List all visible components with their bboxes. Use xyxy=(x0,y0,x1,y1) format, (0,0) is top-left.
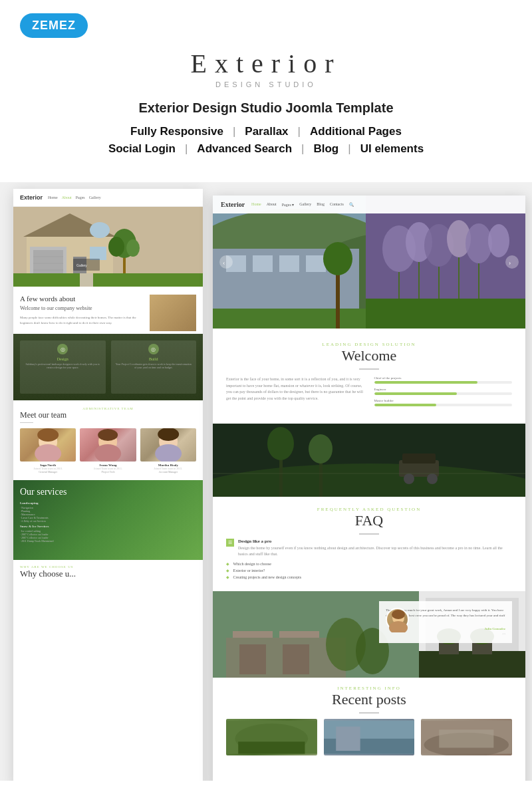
feature-parallax: Parallax xyxy=(245,125,288,138)
faq-question-4: ◆ Creating projects and new design conce… xyxy=(226,575,512,579)
team-member-2: Ivana Wong Joined Team team in 2011. Pro… xyxy=(80,428,136,473)
right-nav-gallery: Gallery xyxy=(299,202,311,207)
stat-builder-track xyxy=(374,404,513,406)
left-dark-card-design: ◎ Design Salisbury's professional landsc… xyxy=(20,340,106,394)
right-welcome: Leading design solution Welcome Exterior… xyxy=(213,329,525,424)
svg-rect-70 xyxy=(279,631,319,638)
right-nav-about: About xyxy=(267,202,277,207)
blog-post-2-image xyxy=(324,719,415,755)
separator-3: | xyxy=(185,142,188,156)
right-nav-blog: Blog xyxy=(317,202,325,207)
service-snow: Snow & Ice Services xyxy=(20,525,196,528)
svg-rect-77 xyxy=(419,651,525,678)
nav-gallery: Gallery xyxy=(89,196,101,200)
svg-rect-16 xyxy=(80,273,93,287)
separator-2: | xyxy=(298,125,301,138)
template-title: Exterior Design Studio Joomla Template xyxy=(138,100,393,116)
member-photo-2 xyxy=(80,428,136,462)
right-nav-pages: Pages ▾ xyxy=(282,202,295,207)
features-row-2: Social Login | Advanced Search | Blog | … xyxy=(108,142,424,156)
svg-text:‹: ‹ xyxy=(223,259,225,266)
svg-rect-61 xyxy=(402,454,436,464)
blog-post-3 xyxy=(421,719,512,758)
services-list: Landscaping · Navigation· Planting· Main… xyxy=(20,501,196,543)
brand-subtitle: DESIGN STUDIO xyxy=(215,80,317,88)
right-hero: ‹ › xyxy=(213,196,525,329)
svg-point-14 xyxy=(126,239,140,257)
member-role-2: Project Tech xyxy=(80,470,136,473)
nav-about: About xyxy=(62,196,72,200)
welcome-label: Leading design solution xyxy=(226,342,512,347)
feature-ui: UI elements xyxy=(360,142,424,156)
service-snow-details: · Ice control salting· 2007 Collector ca… xyxy=(20,529,196,543)
left-dark-section: ◎ Design Salisbury's professional landsc… xyxy=(13,334,203,400)
design-icon: ◎ xyxy=(57,344,68,354)
faq-item-1: ☰ Design like a pro Design the home by y… xyxy=(226,539,512,557)
build-text: Your Project Coordinator gets down to wo… xyxy=(114,362,194,369)
stat-chief-label: Chief of the projects xyxy=(374,376,513,380)
right-testimonial: Thank you very much for your great work,… xyxy=(213,591,525,678)
feature-pages: Additional Pages xyxy=(310,125,402,138)
left-dark-card-build: ◎ Build Your Project Coordinator gets do… xyxy=(111,340,197,394)
team-member-1: Inga North Joined Team team in 2010. Gen… xyxy=(20,428,76,473)
design-text: Salisbury's professional landscape desig… xyxy=(23,362,102,369)
left-hero-image: Gallery xyxy=(13,207,203,287)
svg-rect-48 xyxy=(366,299,525,329)
blog-post-2 xyxy=(324,719,415,758)
svg-point-83 xyxy=(392,610,405,619)
right-page-preview: Exterior Home About Pages ▾ Gallery Blog… xyxy=(213,196,525,781)
welcome-stats: Chief of the projects Engineer Master bu… xyxy=(374,376,513,410)
svg-rect-9 xyxy=(90,247,106,260)
svg-point-42 xyxy=(488,224,509,257)
build-icon: ◎ xyxy=(148,344,159,354)
blog-title: Recent posts xyxy=(226,691,512,708)
right-blog: Interesting info Recent posts xyxy=(213,678,525,766)
testimonial-avatar xyxy=(386,608,409,631)
separator-4: | xyxy=(301,142,304,156)
right-nav-links: Home About Pages ▾ Gallery Blog Contacts… xyxy=(251,202,354,207)
nav-pages: Pages xyxy=(76,196,85,200)
stat-engineer-fill xyxy=(374,392,458,395)
team-title: Meet our team xyxy=(20,410,196,420)
team-members: Inga North Joined Team team in 2010. Gen… xyxy=(20,428,196,473)
zemez-logo[interactable]: ZEMEZ xyxy=(20,13,88,38)
faq-item-1-text: Design the home by yourself even if you … xyxy=(238,545,512,557)
svg-text:Gallery: Gallery xyxy=(76,263,87,267)
stat-builder-label: Master builder xyxy=(374,399,513,402)
right-nav-brand: Exterior xyxy=(221,201,245,208)
svg-point-20 xyxy=(37,428,59,442)
svg-rect-49 xyxy=(213,309,366,329)
left-nav-brand: Exterior xyxy=(20,194,43,201)
nav-home: Home xyxy=(48,196,58,200)
svg-point-52 xyxy=(219,255,233,269)
svg-rect-15 xyxy=(13,273,203,287)
left-hero: Gallery xyxy=(13,207,203,287)
stat-chief: Chief of the projects xyxy=(374,376,513,384)
right-faq: Frequently asked question FAQ ☰ Design l… xyxy=(213,497,525,591)
separator-1: | xyxy=(233,125,235,138)
svg-rect-50 xyxy=(336,269,340,329)
svg-rect-90 xyxy=(336,727,360,751)
svg-point-51 xyxy=(323,242,352,275)
left-about-image xyxy=(150,295,196,331)
svg-rect-87 xyxy=(238,741,305,753)
faq-question-3: ◆ Exterior or interior? xyxy=(226,568,512,573)
member-photo-1 xyxy=(20,428,76,462)
left-team: Administrative team Meet our team Inga N… xyxy=(13,400,203,480)
svg-point-63 xyxy=(267,427,294,460)
svg-point-23 xyxy=(98,429,118,441)
svg-rect-71 xyxy=(239,644,266,674)
left-nav-links: Home About Pages Gallery xyxy=(48,196,101,200)
feature-blog: Blog xyxy=(313,142,338,156)
feature-social: Social Login xyxy=(108,142,176,156)
svg-rect-93 xyxy=(440,730,494,747)
svg-point-84 xyxy=(389,621,408,632)
faq-bullet-1: ☰ xyxy=(226,539,234,547)
why-title: Why choose u... xyxy=(20,569,196,579)
svg-point-65 xyxy=(309,434,332,464)
preview-container: Exterior Home About Pages Gallery xyxy=(0,182,532,781)
blog-post-1-image xyxy=(226,719,317,755)
svg-point-27 xyxy=(155,444,182,462)
header: ZEMEZ Exterior DESIGN STUDIO Exterior De… xyxy=(0,0,532,162)
blog-underline xyxy=(359,712,379,714)
